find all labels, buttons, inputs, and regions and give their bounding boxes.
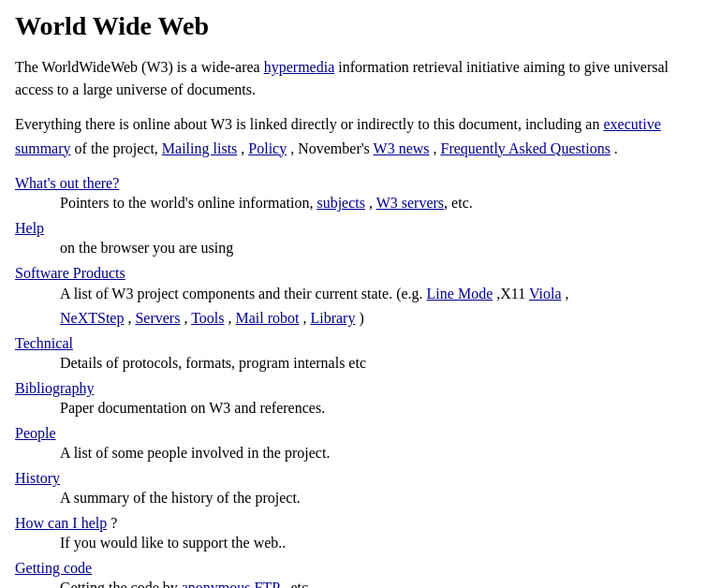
help-link[interactable]: Help — [15, 220, 691, 237]
getting-code-text: Getting the code by — [60, 580, 182, 588]
section-people: People A list of some people involved in… — [15, 425, 691, 464]
intro2-mid1: of the project, — [71, 140, 162, 156]
how-can-i-help-link[interactable]: How can I help — [15, 515, 107, 531]
intro2-before: Everything there is online about W3 is l… — [15, 116, 603, 132]
how-can-i-help-punctuation: ? — [107, 515, 117, 531]
software-products-text: A list of W3 project components and thei… — [60, 286, 427, 301]
mailing-lists-link[interactable]: Mailing lists — [162, 140, 237, 156]
people-desc: A list of some people involved in the pr… — [15, 442, 691, 464]
technical-desc: Details of protocols, formats, program i… — [15, 352, 691, 375]
people-link[interactable]: People — [15, 425, 691, 442]
anonymous-ftp-link[interactable]: anonymous FTP — [182, 580, 280, 588]
comma1: , — [566, 286, 569, 301]
comma4: , — [228, 310, 231, 326]
getting-code-end: , etc. — [280, 580, 313, 588]
section-how-can-i-help: How can I help ? If you would like to su… — [15, 515, 691, 554]
software-products-link[interactable]: Software Products — [15, 265, 691, 282]
hypermedia-link[interactable]: hypermedia — [264, 59, 335, 75]
page-title: World Wide Web — [15, 11, 691, 41]
how-can-i-help-desc: If you would like to support the web.. — [15, 532, 691, 554]
history-link[interactable]: History — [15, 470, 691, 487]
section-history: History A summary of the history of the … — [15, 470, 691, 509]
whats-out-there-link[interactable]: What's out there? — [15, 175, 691, 192]
section-whats-out-there: What's out there? Pointers to the world'… — [15, 175, 691, 214]
section-technical: Technical Details of protocols, formats,… — [15, 335, 691, 375]
policy-link[interactable]: Policy — [248, 140, 287, 156]
x11-text: ,X11 — [496, 286, 529, 301]
history-desc: A summary of the history of the project. — [15, 487, 691, 509]
viola-link[interactable]: Viola — [529, 286, 562, 301]
section-getting-code: Getting code Getting the code by anonymo… — [15, 560, 691, 588]
intro1-text: The WorldWideWeb (W3) is a wide-area — [15, 59, 264, 75]
whats-out-there-end: , etc. — [444, 195, 473, 211]
mail-robot-link[interactable]: Mail robot — [235, 310, 299, 326]
comma3: , — [184, 310, 187, 326]
w3news-link[interactable]: W3 news — [374, 140, 430, 156]
library-link[interactable]: Library — [310, 310, 355, 326]
intro2-mid2: , — [237, 140, 248, 156]
intro-paragraph-2: Everything there is online about W3 is l… — [15, 112, 691, 160]
whats-out-there-desc: Pointers to the world's online informati… — [15, 192, 691, 214]
w3servers-link[interactable]: W3 servers — [376, 195, 444, 211]
intro2-end: . — [610, 140, 618, 156]
section-bibliography: Bibliography Paper documentation on W3 a… — [15, 380, 691, 419]
subjects-link[interactable]: subjects — [316, 195, 365, 211]
tools-link[interactable]: Tools — [191, 310, 224, 326]
servers-link[interactable]: Servers — [135, 310, 180, 326]
section-software-products: Software Products A list of W3 project c… — [15, 265, 691, 330]
comma5: , — [302, 310, 306, 326]
intro2-mid3: , November's — [287, 140, 373, 156]
section-help: Help on the browser you are using — [15, 220, 691, 259]
comma2: , — [127, 310, 131, 326]
line-mode-link[interactable]: Line Mode — [427, 286, 493, 301]
getting-code-link[interactable]: Getting code — [15, 560, 691, 577]
intro2-mid4: , — [430, 140, 441, 156]
faq-link[interactable]: Frequently Asked Questions — [441, 140, 610, 156]
getting-code-desc: Getting the code by anonymous FTP , etc. — [15, 577, 691, 588]
intro-paragraph-1: The WorldWideWeb (W3) is a wide-area hyp… — [15, 56, 691, 101]
bibliography-desc: Paper documentation on W3 and references… — [15, 397, 691, 419]
close-paren: ) — [359, 310, 363, 326]
help-desc: on the browser you are using — [15, 237, 691, 259]
technical-link[interactable]: Technical — [15, 335, 691, 352]
nextstep-link[interactable]: NeXTStep — [60, 310, 124, 326]
bibliography-link[interactable]: Bibliography — [15, 380, 691, 397]
software-products-desc: A list of W3 project components and thei… — [15, 282, 691, 330]
how-can-i-help-container: How can I help ? — [15, 515, 117, 531]
